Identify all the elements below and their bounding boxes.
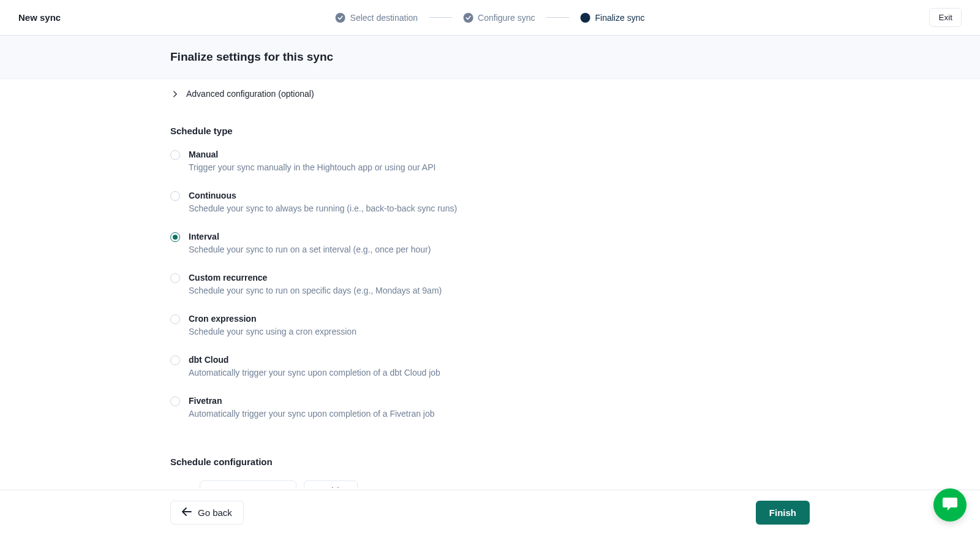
radio-dbt-cloud[interactable]: dbt Cloud Automatically trigger your syn… bbox=[170, 355, 783, 378]
radio-icon bbox=[170, 397, 180, 406]
go-back-button[interactable]: Go back bbox=[170, 501, 244, 525]
arrow-left-icon bbox=[182, 507, 192, 518]
radio-content: dbt Cloud Automatically trigger your syn… bbox=[189, 355, 440, 378]
radio-icon bbox=[170, 273, 180, 283]
chevron-right-icon bbox=[170, 91, 179, 97]
schedule-type-title: Schedule type bbox=[170, 126, 783, 136]
stepper-up-down-icon bbox=[346, 487, 351, 488]
radio-interval[interactable]: Interval Schedule your sync to run on a … bbox=[170, 232, 783, 254]
step-select-destination: Select destination bbox=[336, 13, 418, 23]
subheader: Finalize settings for this sync bbox=[0, 36, 980, 79]
radio-content: Cron expression Schedule your sync using… bbox=[189, 314, 356, 336]
radio-label: Manual bbox=[189, 150, 435, 159]
radio-description: Trigger your sync manually in the Highto… bbox=[189, 162, 435, 172]
schedule-type-radio-group: Manual Trigger your sync manually in the… bbox=[170, 150, 783, 419]
radio-label: Continuous bbox=[189, 191, 457, 200]
schedule-config-title: Schedule configuration bbox=[170, 457, 783, 467]
intercom-chat-button[interactable] bbox=[933, 488, 967, 522]
radio-icon bbox=[170, 232, 180, 242]
radio-continuous[interactable]: Continuous Schedule your sync to always … bbox=[170, 191, 783, 213]
radio-content: Fivetran Automatically trigger your sync… bbox=[189, 396, 435, 419]
page-breadcrumb: New sync bbox=[18, 12, 61, 23]
radio-fivetran[interactable]: Fivetran Automatically trigger your sync… bbox=[170, 396, 783, 419]
radio-label: Fivetran bbox=[189, 396, 435, 406]
main-content: Advanced configuration (optional) Schedu… bbox=[0, 79, 980, 488]
step-label: Configure sync bbox=[478, 13, 535, 23]
radio-cron-expression[interactable]: Cron expression Schedule your sync using… bbox=[170, 314, 783, 336]
unit-select-value: Hour(s) bbox=[312, 486, 341, 488]
wizard-stepper: Select destination Configure sync Finali… bbox=[336, 13, 645, 23]
radio-description: Automatically trigger your sync upon com… bbox=[189, 409, 435, 419]
page-title: Finalize settings for this sync bbox=[170, 50, 783, 64]
check-icon bbox=[463, 13, 473, 23]
chat-icon bbox=[941, 496, 959, 514]
finish-button[interactable]: Finish bbox=[756, 501, 810, 525]
radio-content: Manual Trigger your sync manually in the… bbox=[189, 150, 435, 172]
interval-value-input[interactable] bbox=[200, 480, 296, 488]
check-icon bbox=[336, 13, 345, 23]
radio-description: Schedule your sync to always be running … bbox=[189, 203, 457, 213]
step-finalize-sync: Finalize sync bbox=[581, 13, 645, 23]
radio-label: dbt Cloud bbox=[189, 355, 440, 365]
radio-icon bbox=[170, 191, 180, 201]
advanced-config-label: Advanced configuration (optional) bbox=[186, 89, 314, 99]
interval-row: Every Hour(s) bbox=[170, 480, 783, 488]
step-connector bbox=[429, 17, 452, 18]
step-configure-sync: Configure sync bbox=[463, 13, 535, 23]
radio-content: Continuous Schedule your sync to always … bbox=[189, 191, 457, 213]
radio-description: Schedule your sync to run on specific da… bbox=[189, 286, 442, 295]
radio-content: Custom recurrence Schedule your sync to … bbox=[189, 273, 442, 295]
step-label: Finalize sync bbox=[595, 13, 645, 23]
radio-description: Schedule your sync using a cron expressi… bbox=[189, 327, 356, 336]
exit-button[interactable]: Exit bbox=[929, 8, 962, 27]
go-back-label: Go back bbox=[198, 507, 232, 518]
radio-icon bbox=[170, 355, 180, 365]
radio-custom-recurrence[interactable]: Custom recurrence Schedule your sync to … bbox=[170, 273, 783, 295]
radio-description: Schedule your sync to run on a set inter… bbox=[189, 245, 431, 254]
interval-unit-select[interactable]: Hour(s) bbox=[304, 480, 358, 488]
radio-content: Interval Schedule your sync to run on a … bbox=[189, 232, 431, 254]
active-step-icon bbox=[581, 13, 590, 23]
advanced-config-toggle[interactable]: Advanced configuration (optional) bbox=[170, 88, 783, 113]
every-label: Every bbox=[170, 486, 192, 488]
radio-label: Custom recurrence bbox=[189, 273, 442, 283]
step-connector bbox=[546, 17, 570, 18]
radio-manual[interactable]: Manual Trigger your sync manually in the… bbox=[170, 150, 783, 172]
header: New sync Select destination Configure sy… bbox=[0, 0, 980, 36]
footer: Go back Finish bbox=[0, 490, 980, 535]
radio-label: Cron expression bbox=[189, 314, 356, 324]
radio-description: Automatically trigger your sync upon com… bbox=[189, 368, 440, 378]
radio-icon bbox=[170, 150, 180, 160]
schedule-config-section: Schedule configuration Every Hour(s) bbox=[170, 457, 783, 488]
radio-label: Interval bbox=[189, 232, 431, 241]
radio-icon bbox=[170, 314, 180, 324]
step-label: Select destination bbox=[350, 13, 418, 23]
